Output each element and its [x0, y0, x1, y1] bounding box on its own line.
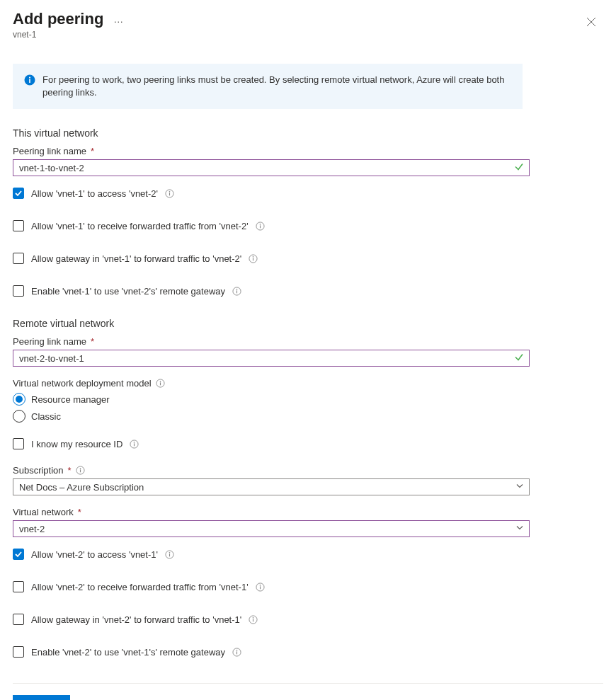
- checkbox-label: Allow 'vnet-2' to access 'vnet-1': [31, 549, 158, 560]
- required-indicator: *: [78, 507, 81, 517]
- remote-opt-1[interactable]: Allow 'vnet-2' to receive forwarded traf…: [13, 581, 603, 592]
- svg-rect-29: [260, 586, 261, 589]
- remote-opt-0[interactable]: Allow 'vnet-2' to access 'vnet-1': [13, 549, 603, 560]
- valid-check-icon: [514, 162, 524, 174]
- subscription-value: Net Docs – Azure Subscription: [19, 482, 144, 493]
- know-resource-id[interactable]: I know my resource ID: [13, 438, 603, 449]
- info-message: For peering to work, two peering links m…: [42, 74, 511, 99]
- info-icon[interactable]: [249, 615, 258, 624]
- svg-point-31: [253, 617, 254, 619]
- svg-point-2: [29, 77, 30, 79]
- svg-point-28: [259, 585, 261, 586]
- close-icon: [586, 17, 596, 27]
- vnet-label: Virtual network*: [13, 507, 603, 517]
- vnet-value: vnet-2: [19, 524, 45, 534]
- svg-point-13: [236, 289, 238, 290]
- checkbox[interactable]: [13, 253, 24, 264]
- radio[interactable]: [13, 393, 25, 406]
- svg-point-22: [79, 468, 81, 469]
- checkbox[interactable]: [13, 220, 24, 231]
- this-opt-2[interactable]: Allow gateway in 'vnet-1' to forward tra…: [13, 253, 603, 264]
- this-opt-1[interactable]: Allow 'vnet-1' to receive forwarded traf…: [13, 220, 603, 231]
- chevron-down-icon: [515, 482, 524, 493]
- this-opt-3[interactable]: Enable 'vnet-1' to use 'vnet-2's' remote…: [13, 285, 603, 297]
- radio-label: Resource manager: [31, 394, 110, 405]
- checkbox[interactable]: [13, 581, 24, 592]
- remote-opt-3[interactable]: Enable 'vnet-2' to use 'vnet-1's' remote…: [13, 646, 603, 658]
- checkbox-label: I know my resource ID: [31, 439, 122, 449]
- svg-rect-5: [169, 193, 170, 195]
- page-title: Add peering: [13, 10, 103, 28]
- checkbox[interactable]: [13, 614, 24, 625]
- info-icon[interactable]: [232, 287, 241, 296]
- radio-resource-manager[interactable]: Resource manager: [13, 393, 603, 406]
- valid-check-icon: [514, 352, 524, 365]
- this-opt-0[interactable]: Allow 'vnet-1' to access 'vnet-2': [13, 188, 603, 199]
- svg-point-34: [236, 650, 238, 651]
- this-link-name-label: Peering link name*: [13, 146, 603, 156]
- info-icon[interactable]: [76, 466, 85, 475]
- subscription-label: Subscription*: [13, 465, 603, 476]
- svg-rect-14: [236, 290, 237, 293]
- vnet-select[interactable]: vnet-2: [13, 520, 530, 537]
- more-icon[interactable]: …: [113, 14, 123, 24]
- info-icon[interactable]: [256, 583, 265, 592]
- checkbox[interactable]: [13, 285, 24, 297]
- info-icon[interactable]: [249, 254, 258, 263]
- checkbox-label: Allow 'vnet-1' to receive forwarded traf…: [31, 221, 249, 231]
- remote-link-name-label: Peering link name*: [13, 336, 603, 347]
- checkbox-label: Enable 'vnet-2' to use 'vnet-1's' remote…: [31, 647, 225, 658]
- svg-point-7: [259, 224, 261, 225]
- svg-point-10: [253, 256, 254, 258]
- close-button[interactable]: [583, 14, 599, 30]
- this-network-section-title: This virtual network: [13, 127, 603, 139]
- deploy-model-label: Virtual network deployment model: [13, 378, 603, 389]
- svg-rect-17: [160, 383, 161, 386]
- svg-point-19: [134, 442, 135, 443]
- info-icon[interactable]: [232, 648, 241, 657]
- checkbox[interactable]: [13, 646, 24, 658]
- checkbox[interactable]: [13, 438, 24, 449]
- remote-opt-2[interactable]: Allow gateway in 'vnet-2' to forward tra…: [13, 614, 603, 625]
- add-button[interactable]: Add: [13, 695, 70, 700]
- svg-rect-8: [260, 225, 261, 228]
- checkbox-label: Allow gateway in 'vnet-1' to forward tra…: [31, 253, 241, 264]
- checkbox[interactable]: [13, 188, 24, 199]
- checkbox-label: Enable 'vnet-1' to use 'vnet-2's' remote…: [31, 286, 225, 297]
- info-icon[interactable]: [256, 222, 265, 231]
- svg-rect-23: [80, 470, 81, 473]
- info-icon[interactable]: [156, 379, 165, 388]
- svg-rect-11: [253, 258, 253, 260]
- required-indicator: *: [68, 465, 72, 476]
- info-icon[interactable]: [165, 550, 174, 559]
- radio-classic[interactable]: Classic: [13, 410, 603, 423]
- info-banner: For peering to work, two peering links m…: [13, 64, 523, 109]
- this-link-name-input[interactable]: [13, 159, 530, 176]
- remote-network-section-title: Remote virtual network: [13, 318, 603, 329]
- required-indicator: *: [91, 146, 94, 156]
- svg-rect-20: [134, 443, 135, 446]
- svg-rect-32: [253, 619, 253, 621]
- svg-point-4: [169, 191, 171, 193]
- info-icon[interactable]: [165, 189, 174, 198]
- info-icon: [24, 74, 35, 99]
- page-subtitle: vnet-1: [13, 30, 123, 40]
- svg-rect-1: [29, 79, 30, 84]
- radio[interactable]: [13, 410, 25, 423]
- checkbox-label: Allow gateway in 'vnet-2' to forward tra…: [31, 614, 241, 625]
- chevron-down-icon: [515, 524, 524, 534]
- svg-rect-26: [169, 553, 170, 556]
- radio-label: Classic: [31, 411, 61, 422]
- subscription-select[interactable]: Net Docs – Azure Subscription: [13, 478, 530, 495]
- svg-point-16: [159, 381, 161, 382]
- remote-link-name-input[interactable]: [13, 350, 530, 367]
- checkbox-label: Allow 'vnet-1' to access 'vnet-2': [31, 188, 158, 199]
- info-icon[interactable]: [130, 440, 139, 449]
- svg-point-25: [169, 552, 171, 553]
- svg-rect-35: [236, 651, 237, 654]
- required-indicator: *: [91, 336, 94, 347]
- checkbox-label: Allow 'vnet-2' to receive forwarded traf…: [31, 582, 249, 592]
- checkbox[interactable]: [13, 549, 24, 560]
